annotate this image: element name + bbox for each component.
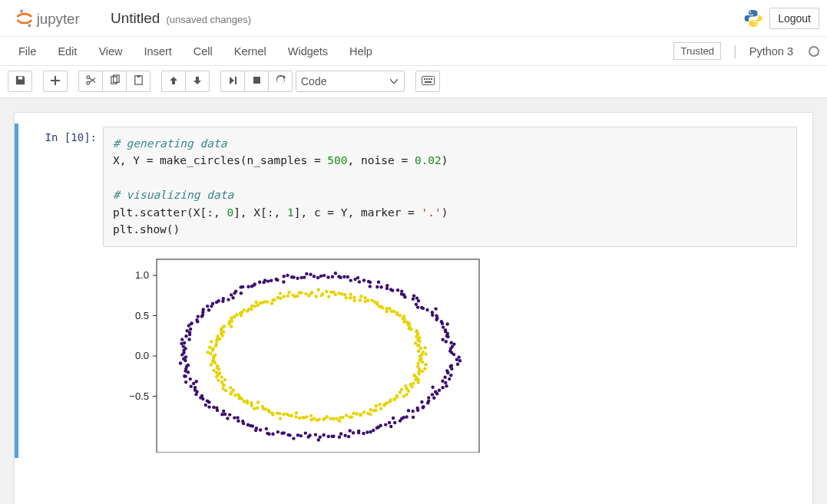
- svg-point-50: [434, 307, 437, 310]
- code-input[interactable]: # generating data X, Y = make_circles(n_…: [103, 127, 797, 247]
- trusted-indicator[interactable]: Trusted: [673, 42, 721, 60]
- run-button[interactable]: [220, 71, 245, 92]
- svg-point-231: [372, 429, 375, 432]
- svg-point-228: [362, 432, 365, 435]
- svg-point-84: [334, 272, 337, 275]
- svg-point-102: [275, 278, 278, 281]
- svg-point-99: [283, 275, 286, 278]
- paste-button[interactable]: [126, 71, 151, 92]
- move-up-button[interactable]: [161, 71, 186, 92]
- svg-point-165: [195, 380, 198, 383]
- menu-edit[interactable]: Edit: [47, 39, 88, 64]
- svg-point-417: [217, 378, 220, 381]
- menu-file[interactable]: File: [8, 39, 47, 64]
- save-icon: [15, 74, 26, 88]
- svg-point-340: [315, 295, 318, 298]
- svg-point-116: [233, 292, 236, 295]
- svg-point-224: [349, 429, 352, 432]
- move-down-button[interactable]: [185, 71, 210, 92]
- svg-point-106: [262, 281, 265, 284]
- svg-point-284: [417, 344, 420, 347]
- svg-point-71: [377, 280, 380, 283]
- command-palette-button[interactable]: [415, 71, 440, 92]
- svg-point-265: [448, 377, 451, 380]
- notebook-title[interactable]: Untitled: [111, 10, 160, 27]
- svg-point-243: [405, 415, 408, 418]
- svg-point-439: [253, 407, 256, 410]
- svg-point-44: [440, 320, 443, 323]
- restart-button[interactable]: [268, 71, 293, 92]
- svg-point-42: [446, 322, 449, 325]
- svg-point-206: [288, 433, 291, 436]
- svg-point-68: [385, 284, 389, 287]
- code-cell[interactable]: In [10]: # generating data X, Y = make_c…: [15, 124, 812, 458]
- svg-point-167: [190, 384, 193, 387]
- svg-rect-16: [431, 78, 432, 80]
- svg-point-424: [224, 389, 227, 392]
- svg-point-363: [255, 301, 258, 304]
- svg-point-343: [307, 294, 310, 297]
- svg-point-162: [184, 374, 187, 377]
- menu-view[interactable]: View: [88, 39, 133, 64]
- menu-widgets[interactable]: Widgets: [277, 39, 339, 64]
- svg-point-272: [450, 364, 453, 367]
- svg-rect-14: [426, 78, 428, 80]
- svg-point-463: [313, 417, 316, 420]
- svg-point-440: [256, 406, 259, 409]
- svg-point-78: [353, 278, 356, 281]
- save-button[interactable]: [8, 71, 32, 92]
- menu-insert[interactable]: Insert: [134, 39, 183, 64]
- menu-kernel[interactable]: Kernel: [223, 39, 277, 64]
- svg-rect-12: [422, 76, 434, 84]
- svg-point-111: [246, 285, 250, 288]
- svg-point-237: [388, 421, 391, 424]
- svg-point-327: [349, 292, 352, 295]
- svg-point-318: [370, 298, 373, 301]
- svg-point-311: [385, 307, 388, 310]
- cell-output: 1.00.50.0−0.5: [103, 253, 797, 455]
- svg-point-353: [279, 292, 282, 295]
- svg-point-355: [276, 296, 280, 299]
- svg-point-406: [213, 361, 217, 364]
- svg-point-189: [237, 419, 240, 422]
- svg-point-3: [749, 12, 751, 13]
- menu-cell[interactable]: Cell: [183, 39, 223, 64]
- svg-point-325: [352, 295, 356, 298]
- svg-point-506: [404, 384, 407, 387]
- svg-point-320: [364, 300, 367, 303]
- kernel-name[interactable]: Python 3: [749, 45, 793, 58]
- svg-point-97: [290, 275, 293, 278]
- svg-point-188: [236, 416, 239, 419]
- svg-point-411: [212, 369, 215, 372]
- svg-point-178: [207, 405, 210, 408]
- copy-button[interactable]: [102, 71, 127, 92]
- jupyter-logo[interactable]: jupyter: [12, 8, 97, 29]
- svg-point-428: [233, 394, 237, 397]
- svg-point-461: [309, 414, 313, 417]
- svg-point-197: [259, 428, 262, 431]
- svg-point-214: [317, 438, 320, 441]
- svg-point-146: [180, 342, 183, 345]
- svg-point-5: [86, 81, 89, 84]
- svg-point-246: [412, 410, 415, 413]
- svg-point-230: [369, 430, 372, 433]
- svg-point-377: [230, 317, 233, 320]
- svg-point-457: [298, 417, 301, 420]
- svg-point-487: [374, 409, 377, 412]
- cut-button[interactable]: [78, 71, 103, 92]
- svg-point-123: [215, 301, 218, 304]
- logout-button[interactable]: Logout: [769, 8, 819, 29]
- svg-point-212: [308, 433, 311, 436]
- separator: |: [733, 43, 737, 59]
- svg-point-502: [405, 393, 408, 396]
- menu-help[interactable]: Help: [339, 39, 383, 64]
- svg-point-51: [425, 308, 428, 311]
- celltype-select[interactable]: CodeMarkdownRaw NBConvertHeading: [296, 71, 405, 92]
- svg-point-225: [352, 431, 355, 434]
- copy-icon: [109, 74, 121, 88]
- insert-cell-below-button[interactable]: [43, 71, 68, 92]
- svg-point-310: [388, 307, 391, 310]
- svg-point-456: [294, 415, 297, 418]
- interrupt-button[interactable]: [244, 71, 269, 92]
- header: jupyter Untitled (unsaved changes) Logou…: [0, 0, 827, 37]
